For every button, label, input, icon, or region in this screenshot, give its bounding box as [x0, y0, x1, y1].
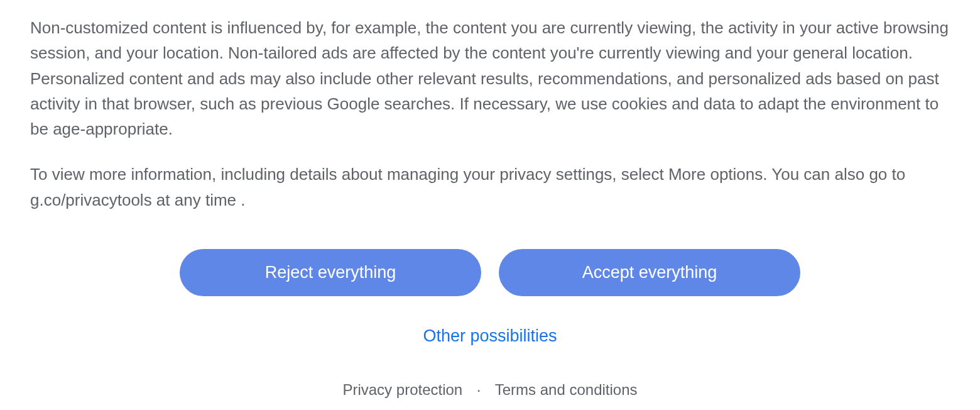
more-options-row: Other possibilities: [30, 326, 950, 346]
accept-all-button[interactable]: Accept everything: [499, 249, 800, 296]
reject-all-button[interactable]: Reject everything: [180, 249, 481, 296]
footer-separator: ·: [477, 381, 481, 399]
more-options-link[interactable]: Other possibilities: [423, 326, 557, 345]
info-paragraph-2: To view more information, including deta…: [30, 162, 950, 213]
info-paragraph-1: Non-customized content is influenced by,…: [30, 15, 950, 141]
consent-dialog-content: Non-customized content is influenced by,…: [30, 15, 950, 399]
footer-links: Privacy protection · Terms and condition…: [30, 381, 950, 399]
privacy-link[interactable]: Privacy protection: [342, 381, 462, 398]
terms-link[interactable]: Terms and conditions: [495, 381, 638, 398]
consent-buttons-row: Reject everything Accept everything: [30, 249, 950, 296]
